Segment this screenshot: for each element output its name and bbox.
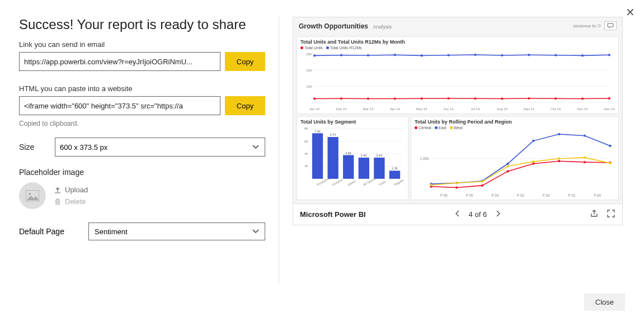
svg-point-90 [455,182,458,184]
svg-text:Regular: Regular [393,178,405,187]
svg-point-94 [558,158,560,160]
chart-top-line: Total Units and Total Units R12Ms by Mon… [297,36,619,114]
svg-text:3.4K: 3.4K [361,154,368,157]
next-page-icon[interactable] [493,207,504,221]
svg-point-75 [481,184,483,187]
svg-point-77 [532,163,534,165]
svg-text:P 01: P 01 [568,193,576,197]
fullscreen-icon[interactable] [607,209,615,220]
svg-point-23 [367,98,369,100]
svg-text:Apr 14: Apr 14 [390,107,400,111]
svg-text:Mar 14: Mar 14 [363,107,374,111]
svg-point-26 [448,97,450,100]
svg-text:May 14: May 14 [416,107,427,111]
svg-text:8K: 8K [304,127,308,131]
svg-point-88 [609,145,611,147]
svg-point-12 [394,54,396,56]
delete-button[interactable]: Delete [54,197,88,206]
svg-rect-56 [327,137,338,179]
svg-point-93 [532,160,534,163]
svg-text:Extreme: Extreme [332,178,344,187]
svg-point-29 [528,97,530,100]
copy-link-button[interactable]: Copy [225,52,265,71]
prev-page-icon[interactable] [452,207,462,221]
svg-text:6K: 6K [304,140,308,143]
svg-text:Oct 14: Oct 14 [551,107,561,111]
embed-input[interactable] [19,96,220,115]
svg-point-30 [554,97,557,100]
svg-point-91 [481,181,483,183]
svg-point-18 [554,54,557,56]
svg-text:Youth: Youth [378,180,386,187]
svg-point-92 [507,165,509,168]
svg-point-87 [584,135,586,137]
svg-point-22 [340,97,342,100]
brand-text: obvience llc © [573,23,601,29]
dialog-title: Success! Your report is ready to share [19,17,265,32]
svg-text:Jul 14: Jul 14 [471,107,480,111]
svg-point-1 [29,193,31,195]
svg-point-32 [608,97,610,100]
svg-text:P 03: P 03 [517,193,524,197]
svg-point-24 [394,98,396,100]
share-icon[interactable] [590,209,599,220]
svg-text:Aug 14: Aug 14 [497,107,508,111]
size-select[interactable]: 600 x 373.5 px [55,138,265,157]
svg-text:4K: 4K [304,152,308,155]
report-title: Growth Opportunities [299,22,368,30]
default-page-select[interactable]: Sentiment [88,222,265,240]
pager-text: 4 of 6 [469,210,487,219]
svg-point-96 [609,162,611,164]
svg-point-95 [584,157,586,159]
embed-label: HTML you can paste into a website [19,84,265,93]
svg-point-85 [532,140,534,142]
svg-rect-62 [359,158,369,179]
svg-point-74 [455,187,458,189]
close-icon[interactable]: ✕ [626,6,635,19]
close-button[interactable]: Close [584,293,625,311]
svg-point-31 [581,98,584,100]
placeholder-label: Placeholder image [19,168,265,177]
chart-line-region: Total Units by Rolling Period and Region… [411,116,619,200]
report-preview: Growth Opportunities Analysis obvience l… [293,17,623,225]
link-input[interactable] [19,52,220,71]
svg-rect-59 [343,155,354,179]
svg-text:P 05: P 05 [466,193,473,197]
svg-text:2K: 2K [304,165,308,168]
svg-point-86 [558,133,560,135]
svg-text:P 00: P 00 [594,193,601,197]
copied-status: Copied to clipboard. [19,120,265,127]
svg-text:10K: 10K [306,85,312,88]
svg-point-89 [430,184,432,186]
copy-embed-button[interactable]: Copy [225,96,265,115]
link-label: Link you can send in email [19,40,265,49]
svg-point-20 [608,54,610,56]
svg-rect-68 [389,171,400,179]
svg-point-14 [448,54,450,56]
svg-point-28 [501,98,503,100]
svg-rect-65 [374,158,384,179]
svg-point-11 [367,54,369,56]
trash-icon [54,198,62,206]
svg-text:Feb 14: Feb 14 [336,107,347,111]
svg-point-19 [581,54,584,56]
svg-text:Jun 14: Jun 14 [444,107,454,111]
svg-text:15K: 15K [306,69,312,72]
svg-text:Nov 14: Nov 14 [577,107,589,111]
svg-text:1,000: 1,000 [420,157,429,160]
svg-point-15 [474,54,476,56]
comment-icon[interactable] [604,21,617,30]
svg-point-25 [421,97,423,100]
svg-text:3.8K: 3.8K [345,151,352,155]
chart-bar: Total Units by Segment 8K6K4K2K7.3KProdu… [297,116,408,200]
svg-rect-53 [312,134,323,179]
svg-text:7.3K: 7.3K [314,130,321,133]
svg-point-79 [584,161,586,163]
svg-text:Jan 14: Jan 14 [309,107,320,111]
footer-brand: Microsoft Power BI [300,210,366,219]
svg-point-21 [313,98,316,100]
upload-button[interactable]: Upload [54,186,88,194]
svg-text:6.7K: 6.7K [330,134,336,137]
svg-text:3.4K: 3.4K [376,154,383,157]
placeholder-thumbnail [19,182,46,209]
